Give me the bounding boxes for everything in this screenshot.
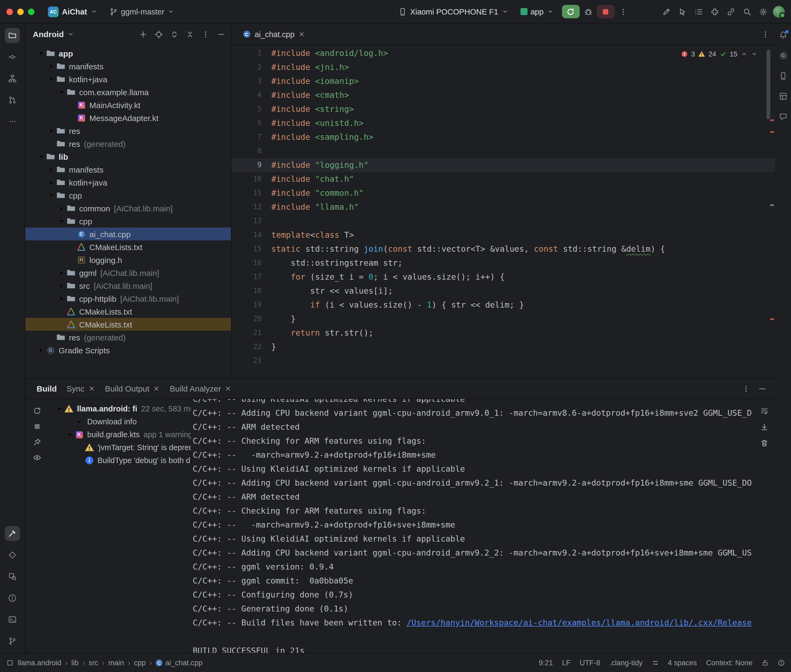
tree-item-res[interactable]: res: [25, 124, 231, 137]
chevron-down-icon[interactable]: [55, 404, 64, 413]
scroll-to-end-icon[interactable]: [760, 423, 769, 431]
share-link-tool-icon[interactable]: [727, 7, 735, 16]
code-line-6[interactable]: 6#include <unistd.h>: [231, 116, 775, 130]
close-window-button[interactable]: [6, 8, 13, 15]
chevron-down-icon[interactable]: [57, 216, 66, 226]
build-tab-build-output[interactable]: Build Output: [100, 378, 165, 399]
clang-tidy-status[interactable]: .clang-tidy: [609, 659, 642, 667]
close-tab-icon[interactable]: [88, 385, 95, 392]
close-tab-icon[interactable]: [153, 385, 160, 392]
pull-requests-view-button[interactable]: [5, 93, 20, 107]
tree-item-ai-chat-cpp[interactable]: Cai_chat.cpp: [25, 227, 231, 240]
problems-view-button[interactable]: [5, 590, 20, 606]
inspections-widget[interactable]: 3 24 15: [678, 49, 761, 59]
code-line-19[interactable]: 19 if (i < values.size() - 1) { str << d…: [231, 298, 775, 312]
line-separator[interactable]: LF: [562, 659, 571, 667]
editor-tab-ai-chat-cpp[interactable]: C ai_chat.cpp: [239, 23, 308, 45]
tree-item-res[interactable]: res(generated): [25, 331, 231, 344]
analysis-stripe-mark[interactable]: [770, 131, 774, 133]
code-line-18[interactable]: 18 str << values[i];: [231, 284, 775, 298]
tree-item-cmakelists-txt[interactable]: CMakeLists.txt: [25, 318, 231, 331]
code-line-22[interactable]: 22}: [231, 340, 775, 354]
analysis-stripe-mark[interactable]: [770, 119, 774, 121]
tree-item-lib[interactable]: lib: [25, 150, 231, 163]
tree-item-jvmtarget-string-is-deprec[interactable]: 'jvmTarget: String' is deprec: [48, 441, 191, 454]
chevron-down-icon[interactable]: [57, 87, 66, 96]
tree-item-kotlin-java[interactable]: kotlin+java: [25, 176, 231, 189]
tree-item-download-info[interactable]: Download info: [48, 415, 191, 428]
profile-avatar[interactable]: [773, 6, 785, 18]
code-line-15[interactable]: 15static std::string join(const std::vec…: [231, 242, 775, 256]
analysis-stripe-mark[interactable]: [770, 204, 774, 206]
code-line-3[interactable]: 3#include <iomanip>: [231, 74, 775, 88]
chevron-right-icon[interactable]: [37, 346, 46, 355]
code-line-5[interactable]: 5#include <string>: [231, 102, 775, 116]
tree-item-manifests[interactable]: manifests: [25, 163, 231, 176]
hide-panel-icon[interactable]: [217, 30, 226, 38]
expand-all-icon[interactable]: [170, 30, 179, 38]
project-view-button[interactable]: [5, 28, 20, 43]
tree-item-src[interactable]: src[AiChat.lib.main]: [25, 279, 231, 292]
build-options-icon[interactable]: [742, 384, 750, 393]
device-manager-button[interactable]: [776, 69, 790, 83]
code-line-12[interactable]: 12#include "llama.h": [231, 200, 775, 214]
build-tab-build[interactable]: Build: [32, 378, 62, 399]
layout-inspector-button[interactable]: [776, 89, 790, 103]
build-view-button[interactable]: [5, 526, 20, 541]
code-line-17[interactable]: 17 for (size_t i = 0; i < values.size();…: [231, 270, 775, 284]
chevron-right-icon[interactable]: [47, 165, 56, 174]
chevron-down-icon[interactable]: [65, 430, 74, 439]
breadcrumb-item-ai-chat-cpp[interactable]: Cai_chat.cpp: [156, 659, 202, 667]
chevron-right-icon[interactable]: [57, 281, 66, 290]
chevron-right-icon[interactable]: [47, 62, 56, 71]
search-everywhere-icon[interactable]: [743, 7, 751, 16]
pointer-tool-icon[interactable]: [678, 7, 687, 16]
debug-button[interactable]: [584, 7, 593, 16]
indent-setting[interactable]: 4 spaces: [668, 659, 697, 667]
select-opened-file-icon[interactable]: [154, 30, 163, 38]
file-encoding[interactable]: UTF-8: [580, 659, 600, 667]
code-line-20[interactable]: 20 }: [231, 312, 775, 326]
build-console[interactable]: C/C++: -- Using KleidiAI optimized kerne…: [191, 399, 775, 653]
chevron-down-icon[interactable]: [47, 75, 56, 84]
tree-item-llama-android-fi[interactable]: llama.android: fi22 sec, 583 ms: [48, 402, 191, 415]
packages-view-button[interactable]: [5, 547, 20, 563]
more-tool-windows-button[interactable]: [5, 114, 20, 129]
code-line-11[interactable]: 11#include "common.h": [231, 186, 775, 200]
tree-item-cpp-httplib[interactable]: cpp-httplib[AiChat.lib.main]: [25, 292, 231, 305]
tree-item-messageadapter-kt[interactable]: KMessageAdapter.kt: [25, 111, 231, 124]
code-line-7[interactable]: 7#include <sampling.h>: [231, 130, 775, 144]
rerun-build-icon[interactable]: [32, 406, 41, 415]
inspection-status-icon[interactable]: [778, 659, 785, 666]
next-problem-icon[interactable]: [751, 51, 758, 58]
breadcrumb-item-main[interactable]: main: [108, 659, 124, 667]
code-line-9[interactable]: 9#include "logging.h": [231, 158, 775, 172]
code-line-4[interactable]: 4#include <cmath>: [231, 88, 775, 102]
chevron-right-icon[interactable]: [57, 294, 66, 303]
gradle-panel-button[interactable]: G: [776, 48, 790, 62]
tree-item-com-example-llama[interactable]: com.example.llama: [25, 85, 231, 98]
breadcrumb-item-cpp[interactable]: cpp: [134, 659, 146, 667]
code-line-16[interactable]: 16 std::ostringstream str;: [231, 256, 775, 270]
caret-position[interactable]: 9:21: [539, 659, 553, 667]
build-tab-sync[interactable]: Sync: [62, 378, 100, 399]
app-quality-insights-button[interactable]: [776, 110, 790, 124]
tree-item-cmakelists-txt[interactable]: CMakeLists.txt: [25, 240, 231, 253]
clear-console-icon[interactable]: [760, 439, 769, 448]
previous-problem-icon[interactable]: [741, 51, 748, 58]
chevron-down-icon[interactable]: [37, 152, 46, 161]
unlock-icon[interactable]: [762, 659, 769, 666]
editor-options-icon[interactable]: [761, 30, 770, 38]
panel-options-icon[interactable]: [201, 30, 210, 38]
code-editor[interactable]: 1#include <android/log.h>2#include <jni.…: [231, 45, 775, 377]
run-configuration-selector[interactable]: app: [517, 5, 557, 18]
tree-item-build-gradle-kts[interactable]: Kbuild.gradle.ktsapp 1 warning: [48, 428, 191, 441]
commit-view-button[interactable]: [5, 50, 20, 64]
more-run-options-icon[interactable]: [619, 7, 627, 16]
chevron-down-icon[interactable]: [47, 190, 56, 200]
project-view-selector[interactable]: Android: [33, 30, 64, 39]
version-control-view-button[interactable]: [5, 634, 20, 649]
tree-item-kotlin-java[interactable]: kotlin+java: [25, 73, 231, 85]
chevron-right-icon[interactable]: [47, 178, 56, 187]
build-tab-build-analyzer[interactable]: Build Analyzer: [165, 378, 237, 399]
